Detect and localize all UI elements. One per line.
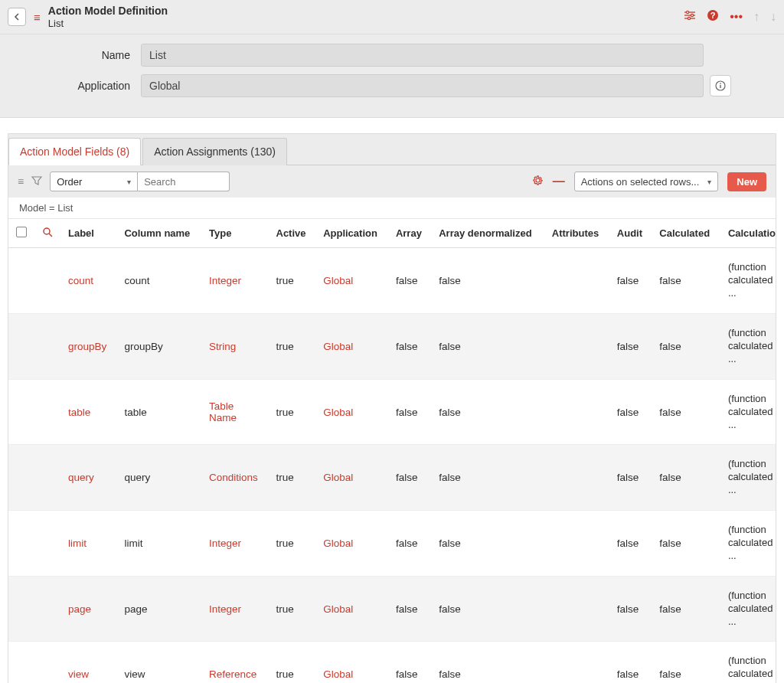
cell-type[interactable]: Integer [201,576,268,642]
cell-label[interactable]: limit [60,511,116,577]
cell-type[interactable]: String [201,314,268,380]
svg-text:?: ? [710,11,716,20]
cell-column-name: page [116,576,201,642]
cell-array-denorm: false [431,642,544,683]
cell-array-denorm: false [431,511,544,577]
cell-calculated: false [652,642,720,683]
form-row-application: Application [11,74,773,97]
cell-attributes [544,642,609,683]
cell-label[interactable]: page [60,576,116,642]
row-search-icon[interactable] [42,227,53,240]
name-field[interactable] [141,44,704,67]
cell-type[interactable]: Reference [201,642,268,683]
cell-active: true [269,511,316,577]
personalize-icon[interactable] [532,175,544,188]
table-row[interactable]: groupBygroupByStringtrueGlobalfalsefalse… [8,314,776,380]
col-label[interactable]: Label [60,219,116,248]
col-array-denorm[interactable]: Array denormalized [431,219,544,248]
svg-point-5 [688,18,691,20]
cell-array-denorm: false [431,248,544,314]
col-application[interactable]: Application [315,219,388,248]
cell-array: false [388,248,431,314]
table-row[interactable]: pagepageIntegertrueGlobalfalsefalsefalse… [8,576,776,642]
cell-type[interactable]: Integer [201,248,268,314]
svg-point-11 [44,228,50,234]
table-header-row: Label Column name Type Active Applicatio… [8,219,776,248]
cell-calculated: false [652,379,720,445]
actions-select[interactable]: Actions on selected rows... [574,172,719,191]
more-icon[interactable]: ••• [730,10,743,24]
col-calculation[interactable]: Calculation [720,219,776,248]
cell-label[interactable]: groupBy [60,314,116,380]
col-active[interactable]: Active [269,219,316,248]
select-all-checkbox[interactable] [16,227,27,237]
list-toolbar: ≡ Order — Actions on selected rows... Ne… [8,165,776,198]
list-menu-icon[interactable]: ≡ [18,175,24,188]
search-input[interactable] [138,172,230,191]
cell-array: false [388,314,431,380]
cell-application[interactable]: Global [315,379,388,445]
name-label: Name [11,49,141,61]
col-audit[interactable]: Audit [609,219,652,248]
filter-icon[interactable] [31,175,42,188]
tab-action-model-fields[interactable]: Action Model Fields (8) [8,138,141,165]
cell-array-denorm: false [431,445,544,511]
cell-label[interactable]: count [60,248,116,314]
cell-audit: false [609,445,652,511]
breadcrumb[interactable]: Model = List [8,198,776,219]
cell-application[interactable]: Global [315,642,388,683]
col-attributes[interactable]: Attributes [544,219,609,248]
cell-application[interactable]: Global [315,576,388,642]
cell-application[interactable]: Global [315,314,388,380]
col-column-name[interactable]: Column name [116,219,201,248]
back-button[interactable] [8,8,26,26]
next-record-icon[interactable]: ↓ [770,10,776,24]
new-button[interactable]: New [727,172,766,191]
cell-column-name: count [116,248,201,314]
cell-audit: false [609,314,652,380]
cell-label[interactable]: view [60,642,116,683]
form-row-name: Name [11,44,773,67]
cell-column-name: table [116,379,201,445]
table-wrap: Label Column name Type Active Applicatio… [8,219,776,683]
col-type[interactable]: Type [201,219,268,248]
settings-icon[interactable] [684,10,696,24]
table-row[interactable]: queryqueryConditionstrueGlobalfalsefalse… [8,445,776,511]
cell-type[interactable]: Integer [201,511,268,577]
related-lists: Action Model Fields (8) Action Assignmen… [8,133,776,683]
cell-label[interactable]: query [60,445,116,511]
application-field[interactable] [141,74,704,97]
cell-array-denorm: false [431,379,544,445]
col-calculated[interactable]: Calculated [652,219,720,248]
cell-calculation: (functioncalculated... [720,576,776,642]
actions-select-label: Actions on selected rows... [581,176,700,188]
prev-record-icon[interactable]: ↑ [753,10,760,24]
sort-select-label: Order [57,176,82,188]
cell-label[interactable]: table [60,379,116,445]
table-row[interactable]: countcountIntegertrueGlobalfalsefalsefal… [8,248,776,314]
menu-icon[interactable]: ≡ [34,11,41,24]
cell-attributes [544,379,609,445]
cell-application[interactable]: Global [315,511,388,577]
col-array[interactable]: Array [388,219,431,248]
cell-type[interactable]: Conditions [201,445,268,511]
cell-attributes [544,576,609,642]
cell-audit: false [609,379,652,445]
tab-action-assignments[interactable]: Action Assignments (130) [142,138,287,165]
table-row[interactable]: viewviewReferencetrueGlobalfalsefalsefal… [8,642,776,683]
help-icon[interactable]: ? [707,9,719,25]
cell-active: true [269,314,316,380]
table-row[interactable]: limitlimitIntegertrueGlobalfalsefalsefal… [8,511,776,577]
table-row[interactable]: tabletableTableNametrueGlobalfalsefalsef… [8,379,776,445]
cell-calculated: false [652,576,720,642]
cell-attributes [544,248,609,314]
remove-icon[interactable]: — [553,175,565,188]
sort-select[interactable]: Order [50,172,138,191]
cell-calculated: false [652,248,720,314]
cell-active: true [269,445,316,511]
cell-attributes [544,314,609,380]
cell-type[interactable]: TableName [201,379,268,445]
application-info-button[interactable] [710,75,731,96]
cell-application[interactable]: Global [315,248,388,314]
cell-application[interactable]: Global [315,445,388,511]
